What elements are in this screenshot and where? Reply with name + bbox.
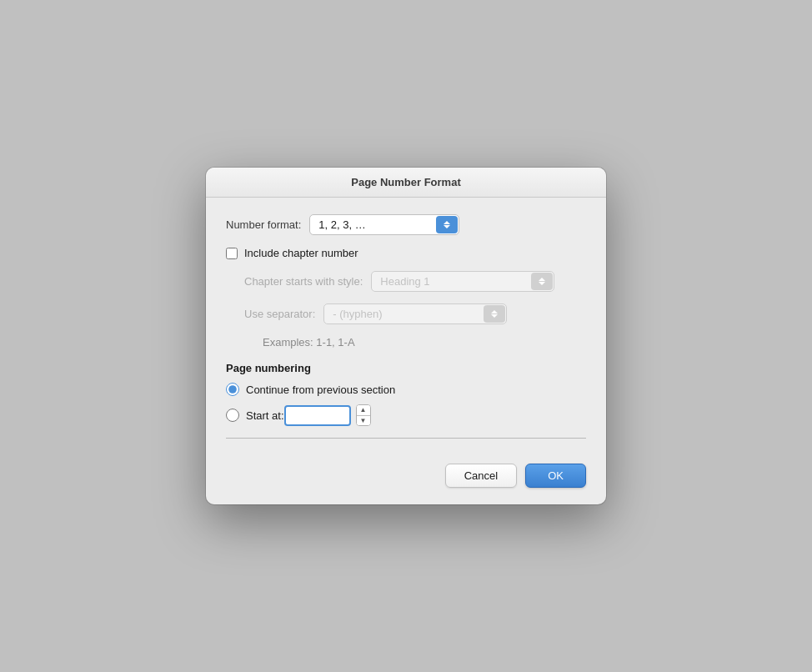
footer-separator xyxy=(226,438,586,439)
include-chapter-label[interactable]: Include chapter number xyxy=(244,247,358,259)
start-at-stepper-down[interactable]: ▼ xyxy=(357,416,370,426)
separator-row: Use separator: - (hyphen) . (period) : (… xyxy=(244,303,586,324)
continue-radio-row: Continue from previous section xyxy=(226,383,586,396)
start-at-stepper[interactable]: ▲ ▼ xyxy=(356,404,371,426)
page-numbering-section: Page numbering Continue from previous se… xyxy=(226,362,586,426)
continue-label[interactable]: Continue from previous section xyxy=(246,384,395,396)
page-numbering-heading: Page numbering xyxy=(226,362,586,374)
separator-stepper-down-arrow xyxy=(491,314,498,318)
chapter-style-select[interactable]: Heading 1 Heading 2 Heading 3 xyxy=(371,271,554,292)
examples-label: Examples: xyxy=(263,336,313,349)
examples-row: Examples: 1-1, 1-A xyxy=(263,336,586,349)
dialog-page-number-format: Page Number Format Number format: 1, 2, … xyxy=(206,168,606,504)
separator-stepper[interactable] xyxy=(484,305,505,323)
chapter-stepper-down-arrow xyxy=(539,282,545,285)
dialog-titlebar: Page Number Format xyxy=(206,168,606,198)
include-chapter-row: Include chapter number xyxy=(226,247,586,259)
dialog-body: Number format: 1, 2, 3, … i, ii, iii, … … xyxy=(206,198,606,464)
stepper-down-arrow xyxy=(444,225,450,228)
chapter-stepper-up-arrow xyxy=(539,278,545,281)
continue-radio[interactable] xyxy=(226,383,239,396)
start-at-input[interactable] xyxy=(284,405,351,426)
separator-select[interactable]: - (hyphen) . (period) : (colon) — (em da… xyxy=(323,303,507,324)
chapter-style-row: Chapter starts with style: Heading 1 Hea… xyxy=(244,271,586,292)
cancel-button[interactable]: Cancel xyxy=(445,464,517,488)
chapter-style-label: Chapter starts with style: xyxy=(244,275,363,288)
start-at-radio[interactable] xyxy=(226,409,239,422)
number-format-stepper[interactable] xyxy=(436,216,458,233)
number-format-label: Number format: xyxy=(226,218,301,231)
chapter-style-select-wrapper: Heading 1 Heading 2 Heading 3 xyxy=(371,271,554,292)
examples-value: 1-1, 1-A xyxy=(316,336,354,349)
dialog-title: Page Number Format xyxy=(351,176,460,188)
number-format-row: Number format: 1, 2, 3, … i, ii, iii, … … xyxy=(226,214,586,235)
chapter-style-stepper[interactable] xyxy=(531,273,553,290)
dialog-footer: Cancel OK xyxy=(206,464,606,504)
start-at-label[interactable]: Start at: xyxy=(246,409,284,422)
chapter-style-section: Chapter starts with style: Heading 1 Hea… xyxy=(244,271,586,349)
ok-button[interactable]: OK xyxy=(525,464,586,488)
stepper-up-arrow xyxy=(444,221,450,224)
separator-select-wrapper: - (hyphen) . (period) : (colon) — (em da… xyxy=(323,303,507,324)
include-chapter-checkbox[interactable] xyxy=(226,248,238,259)
separator-label: Use separator: xyxy=(244,308,315,320)
number-format-select-wrapper: 1, 2, 3, … i, ii, iii, … I, II, III, … a… xyxy=(309,214,459,235)
start-at-row: Start at: ▲ ▼ xyxy=(226,404,586,426)
start-at-stepper-up[interactable]: ▲ xyxy=(357,405,370,415)
separator-stepper-up-arrow xyxy=(491,310,498,313)
